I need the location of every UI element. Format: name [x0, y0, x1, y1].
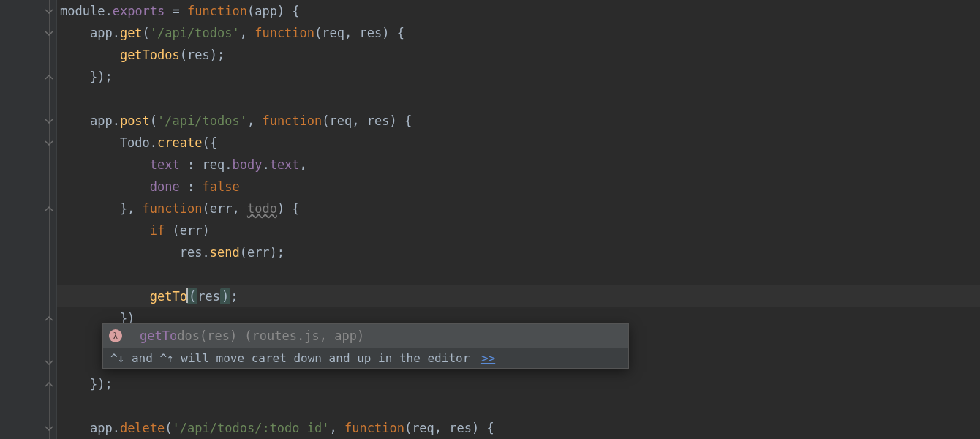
token: .	[105, 4, 112, 18]
code-line[interactable]: done : false	[57, 176, 980, 198]
token: ,	[232, 201, 246, 216]
token: });	[60, 70, 113, 84]
token: ) {	[472, 421, 494, 435]
token: done	[150, 179, 180, 194]
token: app	[255, 4, 277, 18]
token: text	[270, 157, 300, 172]
token: (res);	[180, 48, 225, 62]
token: },	[60, 201, 143, 216]
token: function	[187, 4, 247, 18]
token: ) {	[277, 201, 300, 216]
completion-sig: res	[207, 329, 230, 343]
bracket-match: )	[220, 288, 230, 304]
token: (err);	[240, 245, 284, 260]
code-line[interactable]	[57, 263, 980, 285]
token: res	[197, 289, 220, 304]
code-line-current[interactable]: getTo(res);	[57, 285, 980, 307]
token: (err)	[165, 223, 209, 238]
code-completion-popup[interactable]: λ getTodos(res) (routes.js, app) ^↓ and …	[102, 323, 629, 369]
completion-label: getTodos(res) (routes.js, app)	[140, 329, 364, 343]
fold-marker-open-icon[interactable]	[44, 29, 53, 38]
token: post	[120, 113, 150, 128]
token: ,	[344, 26, 359, 40]
text-cursor	[186, 288, 188, 303]
token: res	[360, 26, 382, 40]
lambda-icon: λ	[109, 329, 122, 342]
token	[60, 179, 150, 194]
token: function	[143, 201, 203, 216]
token: getTodos	[120, 48, 180, 62]
token: app.	[60, 113, 120, 128]
hint-more-link[interactable]: >>	[481, 351, 495, 365]
code-line[interactable]: module.exports = function(app) {	[57, 0, 980, 22]
token: });	[60, 377, 113, 391]
token: delete	[120, 421, 165, 435]
code-line[interactable]: });	[57, 66, 980, 88]
token: Todo.	[60, 135, 157, 150]
fold-marker-close-icon[interactable]	[44, 314, 53, 323]
code-line[interactable]	[57, 395, 980, 417]
token: ,	[434, 421, 449, 435]
code-line[interactable]: getTodos(res);	[57, 44, 980, 66]
code-line[interactable]: });	[57, 373, 980, 395]
fold-marker-open-icon[interactable]	[44, 424, 53, 433]
code-line[interactable]: app.post('/api/todos', function(req, res…	[57, 110, 980, 132]
token: res	[449, 421, 472, 435]
token: req	[322, 26, 344, 40]
code-line[interactable]: text : req.body.text,	[57, 154, 980, 176]
token: false	[203, 179, 240, 194]
token: exports	[113, 4, 165, 18]
token: req	[330, 113, 353, 128]
code-line[interactable]: app.get('/api/todos', function(req, res)…	[57, 22, 980, 44]
token-unused: todo	[247, 201, 277, 216]
fold-marker-close-icon[interactable]	[44, 72, 53, 82]
fold-marker-open-icon[interactable]	[44, 358, 53, 367]
fold-marker-open-icon[interactable]	[44, 116, 53, 126]
token: =	[165, 4, 187, 18]
code-line[interactable]: if (err)	[57, 220, 980, 241]
fold-guide-line	[49, 0, 50, 439]
token: (	[150, 113, 157, 128]
fold-marker-open-icon[interactable]	[44, 7, 53, 16]
token: req	[412, 421, 434, 435]
token: (	[165, 421, 172, 435]
completion-item[interactable]: λ getTodos(res) (routes.js, app)	[103, 324, 628, 348]
completion-match: getTo	[140, 329, 177, 343]
completion-location: routes.js, app	[252, 329, 357, 343]
fold-marker-close-icon[interactable]	[44, 204, 53, 214]
completion-sig: (	[200, 329, 207, 343]
token: ,	[300, 157, 307, 172]
token: (	[143, 26, 150, 40]
token: : req.	[180, 157, 233, 172]
token: .	[262, 157, 269, 172]
code-editor[interactable]: module.exports = function(app) { app.get…	[57, 0, 980, 439]
token	[60, 289, 150, 304]
token: res	[367, 113, 390, 128]
token	[60, 157, 150, 172]
token: send	[210, 245, 240, 260]
token: ,	[240, 26, 255, 40]
code-line[interactable]: }, function(err, todo) {	[57, 198, 980, 220]
token: create	[157, 135, 202, 150]
token: (	[322, 113, 329, 128]
token: (	[404, 421, 412, 435]
code-line[interactable]: app.delete('/api/todos/:todo_id', functi…	[57, 417, 980, 439]
token: (	[247, 4, 255, 18]
completion-location: )	[357, 329, 364, 343]
token: :	[180, 179, 203, 194]
completion-location: (	[237, 329, 252, 343]
token: ,	[330, 421, 344, 435]
code-line[interactable]: res.send(err);	[57, 241, 980, 263]
token: function	[344, 421, 404, 435]
fold-marker-close-icon[interactable]	[44, 380, 53, 389]
token: ) {	[277, 4, 300, 18]
token: '/api/todos/:todo_id'	[173, 421, 330, 435]
token: ,	[352, 113, 366, 128]
code-line[interactable]: Todo.create({	[57, 132, 980, 154]
code-line[interactable]	[57, 88, 980, 110]
token: (	[202, 201, 209, 216]
token: ({	[202, 135, 216, 150]
token: '/api/todos'	[150, 26, 240, 40]
bracket-match: (	[187, 288, 197, 304]
fold-marker-open-icon[interactable]	[44, 138, 53, 148]
